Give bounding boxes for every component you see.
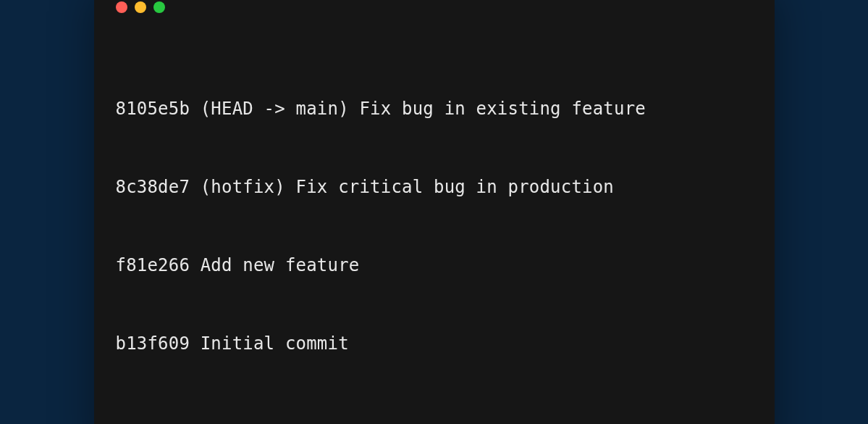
minimize-icon[interactable] <box>135 1 146 13</box>
git-log-line: 8c38de7 (hotfix) Fix critical bug in pro… <box>116 174 753 200</box>
terminal-output: 8105e5b (HEAD -> main) Fix bug in existi… <box>116 43 753 409</box>
close-icon[interactable] <box>116 1 127 13</box>
terminal-window: 8105e5b (HEAD -> main) Fix bug in existi… <box>94 0 775 424</box>
title-bar <box>116 1 753 13</box>
maximize-icon[interactable] <box>153 1 165 13</box>
git-log-line: 8105e5b (HEAD -> main) Fix bug in existi… <box>116 96 753 122</box>
git-log-line: f81e266 Add new feature <box>116 252 753 278</box>
git-log-line: b13f609 Initial commit <box>116 331 753 357</box>
